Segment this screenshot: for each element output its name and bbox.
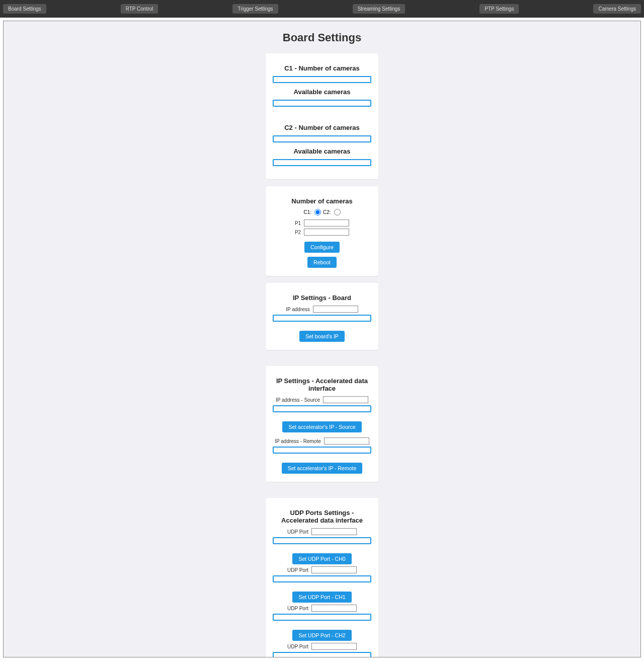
- ip-accel-title: IP Settings - Accelerated data interface: [273, 377, 371, 392]
- card-udp-ports: UDP Ports Settings - Accelerated data in…: [266, 498, 378, 657]
- radio-c2-label: C2:: [323, 209, 331, 215]
- nav-camera-settings[interactable]: Camera Settings: [593, 4, 640, 14]
- accel-src-display: [273, 405, 371, 412]
- reboot-button[interactable]: Reboot: [307, 257, 337, 268]
- c2-num-cameras-display: [273, 135, 371, 142]
- configure-title: Number of cameras: [273, 197, 371, 205]
- nav-ptp-settings[interactable]: PTP Settings: [479, 4, 519, 14]
- set-accel-src-button[interactable]: Set accelerator's IP - Source: [282, 421, 361, 432]
- card-configure: Number of cameras C1: C2: P1 P2 Configur…: [266, 186, 378, 276]
- p2-label: P2: [295, 230, 301, 235]
- accel-rem-display: [273, 447, 371, 454]
- udp1-input[interactable]: [311, 566, 357, 573]
- ip-board-title: IP Settings - Board: [273, 294, 371, 302]
- radio-c2[interactable]: [334, 209, 341, 215]
- udp2-input[interactable]: [311, 605, 357, 612]
- udp0-label: UDP Port: [287, 529, 308, 535]
- p1-label: P1: [295, 220, 301, 226]
- card-ip-accelerator: IP Settings - Accelerated data interface…: [266, 366, 378, 482]
- page-title: Board Settings: [4, 31, 640, 44]
- p1-input[interactable]: [304, 219, 349, 227]
- udp2-label: UDP Port: [287, 606, 308, 611]
- content-viewport: Board Settings C1 - Number of cameras Av…: [3, 21, 641, 657]
- udp-title: UDP Ports Settings - Accelerated data in…: [273, 509, 371, 524]
- udp1-display: [273, 575, 371, 582]
- udp0-input[interactable]: [311, 528, 357, 535]
- board-ip-label: IP address: [286, 307, 310, 312]
- p2-input[interactable]: [304, 229, 349, 236]
- board-ip-display: [273, 315, 371, 322]
- top-nav: Board Settings RTP Control Trigger Setti…: [0, 0, 644, 18]
- board-ip-input[interactable]: [313, 306, 358, 313]
- accel-rem-input[interactable]: [324, 437, 369, 445]
- accel-rem-label: IP address - Remote: [275, 438, 321, 444]
- udp1-label: UDP Port: [287, 567, 308, 573]
- nav-trigger-settings[interactable]: Trigger Settings: [232, 4, 278, 14]
- radio-c1[interactable]: [314, 209, 321, 215]
- c2-available-label: Available cameras: [273, 148, 371, 155]
- set-udp2-button[interactable]: Set UDP Port - CH2: [292, 630, 351, 641]
- scroll-area[interactable]: Board Settings C1 - Number of cameras Av…: [4, 21, 640, 657]
- udp3-display: [273, 652, 371, 657]
- set-udp0-button[interactable]: Set UDP Port - CH0: [292, 553, 351, 564]
- card-ip-board: IP Settings - Board IP address Set board…: [266, 283, 378, 350]
- c1-available-display: [273, 100, 371, 107]
- accel-src-label: IP address - Source: [276, 397, 320, 403]
- udp3-label: UDP Port: [287, 644, 308, 649]
- nav-streaming-settings[interactable]: Streaming Settings: [353, 4, 406, 14]
- configure-button[interactable]: Configure: [304, 242, 340, 253]
- udp3-input[interactable]: [311, 643, 357, 650]
- set-udp1-button[interactable]: Set UDP Port - CH1: [292, 592, 351, 603]
- c1-num-cameras-display: [273, 76, 371, 83]
- accel-src-input[interactable]: [323, 396, 368, 403]
- c2-num-cameras-label: C2 - Number of cameras: [273, 124, 371, 131]
- nav-board-settings[interactable]: Board Settings: [3, 4, 46, 14]
- c2-available-display: [273, 159, 371, 166]
- nav-rtp-control[interactable]: RTP Control: [121, 4, 158, 14]
- card-camera-counts: C1 - Number of cameras Available cameras…: [266, 53, 378, 179]
- set-accel-rem-button[interactable]: Set accelerator's IP - Remote: [282, 463, 363, 474]
- udp0-display: [273, 537, 371, 544]
- set-board-ip-button[interactable]: Set board's IP: [299, 331, 345, 342]
- content-background: Board Settings C1 - Number of cameras Av…: [4, 21, 640, 657]
- radio-c1-label: C1:: [303, 209, 311, 215]
- c1-num-cameras-label: C1 - Number of cameras: [273, 64, 371, 72]
- c1-available-label: Available cameras: [273, 88, 371, 96]
- udp2-display: [273, 614, 371, 621]
